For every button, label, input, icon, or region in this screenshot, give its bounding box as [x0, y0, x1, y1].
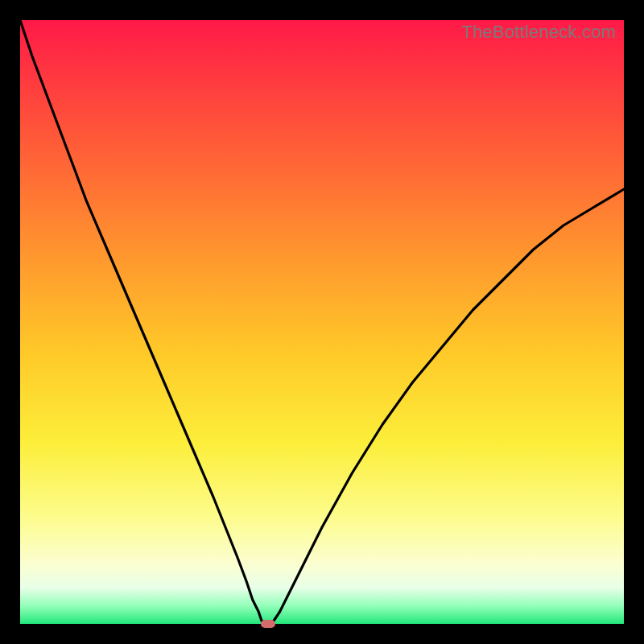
bottleneck-curve	[20, 20, 624, 624]
optimum-marker	[261, 620, 275, 628]
plot-area: TheBottleneck.com	[20, 20, 624, 624]
